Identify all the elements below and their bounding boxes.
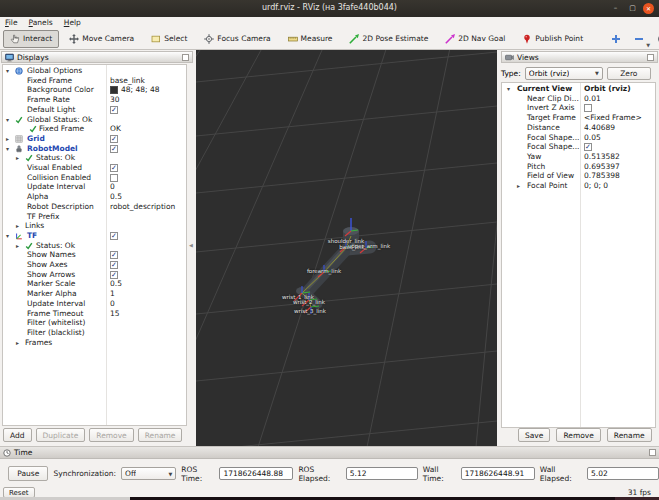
tree-row-show-axes[interactable]: Show Axes✓ [3, 260, 186, 270]
tree-row-show-names[interactable]: Show Names✓ [3, 250, 186, 260]
float-button[interactable] [647, 54, 654, 61]
expander-closed-icon[interactable]: ▸ [16, 221, 19, 231]
wall-elapsed--field[interactable] [587, 467, 659, 480]
view-type-combo[interactable]: Orbit (rviz) ▼ [525, 67, 603, 80]
property-value[interactable]: 0 [110, 182, 115, 192]
tree-row-show-arrows[interactable]: Show Arrows✓ [3, 270, 186, 280]
wall-time--field[interactable] [461, 467, 535, 480]
tree-row-robot-description[interactable]: Robot Descriptionrobot_description [3, 202, 186, 212]
tree-row-tf-prefix[interactable]: TF Prefix [3, 212, 186, 222]
tool-focus-camera[interactable]: Focus Camera [197, 30, 277, 48]
tree-row-invert-z-axis[interactable]: Invert Z Axis [502, 103, 655, 113]
tree-row-robotmodel[interactable]: ▾RobotModel✓ [3, 144, 186, 154]
pause-button[interactable]: Pause [8, 466, 48, 481]
tool-2d-nav-goal[interactable]: 2D Nav Goal [438, 30, 512, 48]
expander-closed-icon[interactable]: ▸ [16, 241, 19, 251]
property-value[interactable]: 0.695397 [584, 162, 620, 172]
tree-row-filter-blacklist-[interactable]: Filter (blacklist) [3, 328, 186, 338]
property-value[interactable]: Orbit (rviz) [584, 84, 631, 94]
expander-open-icon[interactable]: ▾ [507, 84, 510, 94]
tree-row-marker-alpha[interactable]: Marker Alpha1 [3, 289, 186, 299]
expander-closed-icon[interactable]: ▸ [517, 181, 520, 191]
splitter-collapse-left[interactable]: ◀ [189, 242, 193, 248]
tree-row-distance[interactable]: Distance4.40689 [502, 123, 655, 133]
tool-move-camera[interactable]: Move Camera [62, 30, 141, 48]
rename-button[interactable]: Rename [607, 428, 652, 442]
tree-row-visual-enabled[interactable]: Visual Enabled✓ [3, 163, 186, 173]
checkbox-checked[interactable]: ✓ [110, 135, 118, 143]
ros-time--field[interactable] [219, 467, 293, 480]
tree-row-frame-timeout[interactable]: Frame Timeout15 [3, 309, 186, 319]
time-panel-header[interactable]: Time [0, 447, 659, 459]
property-value[interactable]: base_link [110, 76, 145, 86]
tool-2d-pose-estimate[interactable]: 2D Pose Estimate [342, 30, 435, 48]
tree-row-focal-shape-[interactable]: Focal Shape...0.05 [502, 133, 655, 143]
expander-closed-icon[interactable]: ▸ [16, 338, 19, 348]
tree-row-near-clip-di-[interactable]: Near Clip Di...0.01 [502, 94, 655, 104]
tree-row-status-ok[interactable]: ▸Status: Ok [3, 241, 186, 251]
checkbox-checked[interactable]: ✓ [584, 143, 592, 151]
property-value[interactable]: OK [110, 124, 121, 134]
tree-row-update-interval[interactable]: Update Interval0 [3, 299, 186, 309]
tree-row-global-options[interactable]: ▾Global Options [3, 66, 186, 76]
float-button[interactable] [649, 449, 656, 456]
tree-row-collision-enabled[interactable]: Collision Enabled [3, 173, 186, 183]
remove-button[interactable]: Remove [556, 428, 600, 442]
tree-row-marker-scale[interactable]: Marker Scale0.5 [3, 279, 186, 289]
add-button[interactable]: Add [3, 428, 32, 442]
property-value[interactable]: 30 [110, 95, 120, 105]
expander-open-icon[interactable]: ▾ [6, 231, 9, 241]
tree-row-update-interval[interactable]: Update Interval0 [3, 182, 186, 192]
tree-row-links[interactable]: ▸Links [3, 221, 186, 231]
property-value[interactable]: robot_description [110, 202, 175, 212]
tree-row-focal-point[interactable]: ▸Focal Point0; 0; 0 [502, 181, 655, 191]
expander-open-icon[interactable]: ▾ [6, 115, 9, 125]
property-value[interactable]: 15 [110, 309, 120, 319]
menu-help[interactable]: Help [64, 18, 81, 27]
tree-row-field-of-view[interactable]: Field of View0.785398 [502, 171, 655, 181]
expander-open-icon[interactable]: ▾ [6, 66, 9, 76]
property-value[interactable]: 1 [110, 289, 115, 299]
ros-elapsed--field[interactable] [346, 467, 418, 480]
expander-closed-icon[interactable]: ▸ [6, 134, 9, 144]
tree-row-yaw[interactable]: Yaw0.513582 [502, 152, 655, 162]
tree-row-current-view[interactable]: ▾Current ViewOrbit (rviz) [502, 84, 655, 94]
tool-publish-point[interactable]: Publish Point [515, 30, 590, 48]
tool-interact[interactable]: Interact [3, 30, 59, 48]
zero-button[interactable]: Zero [607, 67, 651, 80]
checkbox-checked[interactable]: ✓ [110, 232, 118, 240]
checkbox-checked[interactable]: ✓ [110, 145, 118, 153]
tool-select[interactable]: Select [144, 30, 194, 48]
checkbox-unchecked[interactable] [584, 104, 592, 112]
tree-row-status-ok[interactable]: ▸Status: Ok [3, 153, 186, 163]
property-value[interactable]: 4.40689 [584, 123, 615, 133]
property-value[interactable]: <Fixed Frame> [584, 113, 642, 123]
expander-closed-icon[interactable]: ▸ [16, 153, 19, 163]
remove-tool-button[interactable]: ▼ [630, 32, 648, 46]
titlebar[interactable]: urdf.rviz - RViz (на 3fafe440b044) – ▢ ✕ [0, 0, 659, 17]
tool-options-button[interactable]: ▼ [653, 32, 659, 46]
property-value[interactable]: 0.01 [584, 94, 601, 104]
views-panel-header[interactable]: Views [501, 51, 658, 63]
checkbox-checked[interactable]: ✓ [110, 261, 118, 269]
property-value[interactable]: 0.05 [584, 133, 601, 143]
tree-row-fixed-frame[interactable]: Fixed FrameOK [3, 124, 186, 134]
add-tool-button[interactable] [607, 32, 625, 46]
minimize-button[interactable]: – [610, 3, 621, 14]
displays-tree[interactable]: ▾Global OptionsFixed Framebase_linkBackg… [2, 64, 187, 426]
close-button[interactable]: ✕ [643, 3, 654, 14]
tree-row-tf[interactable]: ▾TF✓ [3, 231, 186, 241]
checkbox-checked[interactable]: ✓ [110, 106, 118, 114]
property-value[interactable]: 0.513582 [584, 152, 620, 162]
tree-row-fixed-frame[interactable]: Fixed Framebase_link [3, 76, 186, 86]
menu-file[interactable]: File [5, 18, 18, 27]
checkbox-checked[interactable]: ✓ [110, 271, 118, 279]
displays-panel-header[interactable]: Displays [1, 51, 193, 63]
synchronization-combo[interactable]: Off ▼ [121, 467, 176, 480]
3d-viewport[interactable]: shoulder_linkbase_linkupper_arm_linkfore… [196, 50, 497, 446]
property-value[interactable]: 0 [110, 299, 115, 309]
tree-row-filter-whitelist-[interactable]: Filter (whitelist) [3, 318, 186, 328]
views-tree[interactable]: ▾Current ViewOrbit (rviz)Near Clip Di...… [501, 82, 656, 428]
tree-row-default-light[interactable]: Default Light✓ [3, 105, 186, 115]
save-button[interactable]: Save [518, 428, 550, 442]
